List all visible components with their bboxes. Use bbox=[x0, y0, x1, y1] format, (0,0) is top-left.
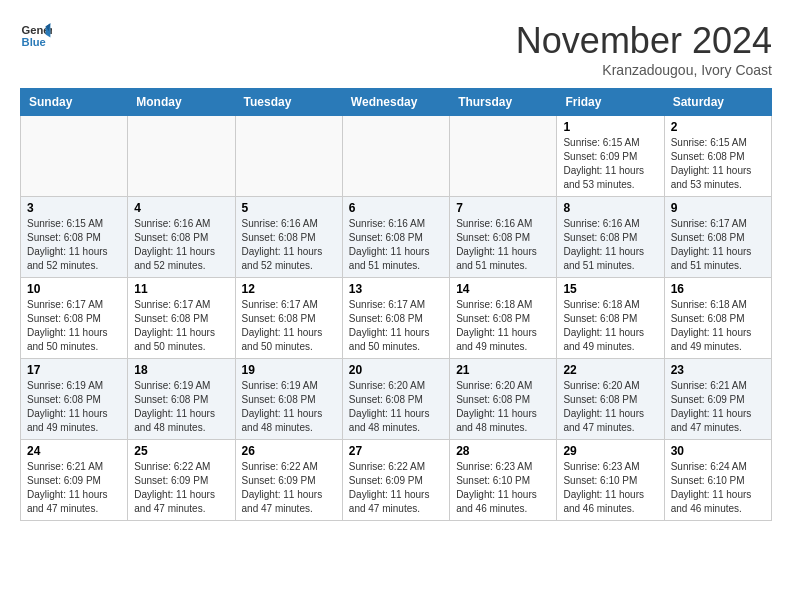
day-info: Sunrise: 6:16 AMSunset: 6:08 PMDaylight:… bbox=[456, 217, 550, 273]
calendar-week-row: 24Sunrise: 6:21 AMSunset: 6:09 PMDayligh… bbox=[21, 440, 772, 521]
calendar-cell: 6Sunrise: 6:16 AMSunset: 6:08 PMDaylight… bbox=[342, 197, 449, 278]
day-info: Sunrise: 6:22 AMSunset: 6:09 PMDaylight:… bbox=[242, 460, 336, 516]
day-info: Sunrise: 6:15 AMSunset: 6:08 PMDaylight:… bbox=[27, 217, 121, 273]
day-info: Sunrise: 6:21 AMSunset: 6:09 PMDaylight:… bbox=[27, 460, 121, 516]
calendar-week-row: 1Sunrise: 6:15 AMSunset: 6:09 PMDaylight… bbox=[21, 116, 772, 197]
day-info: Sunrise: 6:20 AMSunset: 6:08 PMDaylight:… bbox=[349, 379, 443, 435]
calendar-cell: 8Sunrise: 6:16 AMSunset: 6:08 PMDaylight… bbox=[557, 197, 664, 278]
day-number: 29 bbox=[563, 444, 657, 458]
day-number: 19 bbox=[242, 363, 336, 377]
day-number: 8 bbox=[563, 201, 657, 215]
day-number: 28 bbox=[456, 444, 550, 458]
calendar-cell: 20Sunrise: 6:20 AMSunset: 6:08 PMDayligh… bbox=[342, 359, 449, 440]
col-header-friday: Friday bbox=[557, 89, 664, 116]
page-header: General Blue November 2024 Kranzadougou,… bbox=[20, 20, 772, 78]
day-number: 10 bbox=[27, 282, 121, 296]
day-info: Sunrise: 6:19 AMSunset: 6:08 PMDaylight:… bbox=[134, 379, 228, 435]
calendar-cell: 21Sunrise: 6:20 AMSunset: 6:08 PMDayligh… bbox=[450, 359, 557, 440]
day-number: 22 bbox=[563, 363, 657, 377]
calendar-week-row: 10Sunrise: 6:17 AMSunset: 6:08 PMDayligh… bbox=[21, 278, 772, 359]
calendar-cell bbox=[450, 116, 557, 197]
day-info: Sunrise: 6:23 AMSunset: 6:10 PMDaylight:… bbox=[563, 460, 657, 516]
day-number: 25 bbox=[134, 444, 228, 458]
calendar-cell: 12Sunrise: 6:17 AMSunset: 6:08 PMDayligh… bbox=[235, 278, 342, 359]
calendar-cell: 22Sunrise: 6:20 AMSunset: 6:08 PMDayligh… bbox=[557, 359, 664, 440]
day-info: Sunrise: 6:17 AMSunset: 6:08 PMDaylight:… bbox=[349, 298, 443, 354]
calendar-cell: 9Sunrise: 6:17 AMSunset: 6:08 PMDaylight… bbox=[664, 197, 771, 278]
calendar-cell: 10Sunrise: 6:17 AMSunset: 6:08 PMDayligh… bbox=[21, 278, 128, 359]
logo: General Blue bbox=[20, 20, 52, 52]
day-info: Sunrise: 6:19 AMSunset: 6:08 PMDaylight:… bbox=[27, 379, 121, 435]
calendar-cell: 17Sunrise: 6:19 AMSunset: 6:08 PMDayligh… bbox=[21, 359, 128, 440]
calendar-cell bbox=[128, 116, 235, 197]
calendar-cell: 2Sunrise: 6:15 AMSunset: 6:08 PMDaylight… bbox=[664, 116, 771, 197]
day-number: 11 bbox=[134, 282, 228, 296]
day-number: 6 bbox=[349, 201, 443, 215]
calendar-cell: 29Sunrise: 6:23 AMSunset: 6:10 PMDayligh… bbox=[557, 440, 664, 521]
day-info: Sunrise: 6:22 AMSunset: 6:09 PMDaylight:… bbox=[349, 460, 443, 516]
day-info: Sunrise: 6:20 AMSunset: 6:08 PMDaylight:… bbox=[563, 379, 657, 435]
day-info: Sunrise: 6:16 AMSunset: 6:08 PMDaylight:… bbox=[349, 217, 443, 273]
day-info: Sunrise: 6:17 AMSunset: 6:08 PMDaylight:… bbox=[27, 298, 121, 354]
svg-text:Blue: Blue bbox=[22, 36, 46, 48]
day-number: 17 bbox=[27, 363, 121, 377]
calendar-cell: 19Sunrise: 6:19 AMSunset: 6:08 PMDayligh… bbox=[235, 359, 342, 440]
calendar-cell: 27Sunrise: 6:22 AMSunset: 6:09 PMDayligh… bbox=[342, 440, 449, 521]
calendar-cell: 24Sunrise: 6:21 AMSunset: 6:09 PMDayligh… bbox=[21, 440, 128, 521]
day-info: Sunrise: 6:18 AMSunset: 6:08 PMDaylight:… bbox=[563, 298, 657, 354]
location: Kranzadougou, Ivory Coast bbox=[516, 62, 772, 78]
calendar-week-row: 17Sunrise: 6:19 AMSunset: 6:08 PMDayligh… bbox=[21, 359, 772, 440]
calendar-header-row: SundayMondayTuesdayWednesdayThursdayFrid… bbox=[21, 89, 772, 116]
day-info: Sunrise: 6:16 AMSunset: 6:08 PMDaylight:… bbox=[242, 217, 336, 273]
day-number: 13 bbox=[349, 282, 443, 296]
day-info: Sunrise: 6:17 AMSunset: 6:08 PMDaylight:… bbox=[242, 298, 336, 354]
title-block: November 2024 Kranzadougou, Ivory Coast bbox=[516, 20, 772, 78]
day-number: 5 bbox=[242, 201, 336, 215]
day-info: Sunrise: 6:19 AMSunset: 6:08 PMDaylight:… bbox=[242, 379, 336, 435]
calendar-cell: 14Sunrise: 6:18 AMSunset: 6:08 PMDayligh… bbox=[450, 278, 557, 359]
day-info: Sunrise: 6:15 AMSunset: 6:09 PMDaylight:… bbox=[563, 136, 657, 192]
day-number: 1 bbox=[563, 120, 657, 134]
day-number: 16 bbox=[671, 282, 765, 296]
calendar-cell: 25Sunrise: 6:22 AMSunset: 6:09 PMDayligh… bbox=[128, 440, 235, 521]
calendar-cell: 15Sunrise: 6:18 AMSunset: 6:08 PMDayligh… bbox=[557, 278, 664, 359]
calendar-cell bbox=[342, 116, 449, 197]
month-title: November 2024 bbox=[516, 20, 772, 62]
day-number: 26 bbox=[242, 444, 336, 458]
day-number: 18 bbox=[134, 363, 228, 377]
day-number: 3 bbox=[27, 201, 121, 215]
calendar-cell: 26Sunrise: 6:22 AMSunset: 6:09 PMDayligh… bbox=[235, 440, 342, 521]
logo-icon: General Blue bbox=[20, 20, 52, 52]
day-number: 7 bbox=[456, 201, 550, 215]
day-number: 2 bbox=[671, 120, 765, 134]
calendar-cell bbox=[235, 116, 342, 197]
calendar-cell: 11Sunrise: 6:17 AMSunset: 6:08 PMDayligh… bbox=[128, 278, 235, 359]
col-header-monday: Monday bbox=[128, 89, 235, 116]
calendar-cell: 13Sunrise: 6:17 AMSunset: 6:08 PMDayligh… bbox=[342, 278, 449, 359]
day-number: 24 bbox=[27, 444, 121, 458]
calendar-cell: 23Sunrise: 6:21 AMSunset: 6:09 PMDayligh… bbox=[664, 359, 771, 440]
day-info: Sunrise: 6:23 AMSunset: 6:10 PMDaylight:… bbox=[456, 460, 550, 516]
day-number: 20 bbox=[349, 363, 443, 377]
day-info: Sunrise: 6:24 AMSunset: 6:10 PMDaylight:… bbox=[671, 460, 765, 516]
day-info: Sunrise: 6:17 AMSunset: 6:08 PMDaylight:… bbox=[671, 217, 765, 273]
calendar-cell: 16Sunrise: 6:18 AMSunset: 6:08 PMDayligh… bbox=[664, 278, 771, 359]
day-number: 9 bbox=[671, 201, 765, 215]
calendar-cell: 30Sunrise: 6:24 AMSunset: 6:10 PMDayligh… bbox=[664, 440, 771, 521]
calendar-cell bbox=[21, 116, 128, 197]
calendar-cell: 5Sunrise: 6:16 AMSunset: 6:08 PMDaylight… bbox=[235, 197, 342, 278]
calendar-cell: 1Sunrise: 6:15 AMSunset: 6:09 PMDaylight… bbox=[557, 116, 664, 197]
day-info: Sunrise: 6:17 AMSunset: 6:08 PMDaylight:… bbox=[134, 298, 228, 354]
day-info: Sunrise: 6:20 AMSunset: 6:08 PMDaylight:… bbox=[456, 379, 550, 435]
calendar-cell: 4Sunrise: 6:16 AMSunset: 6:08 PMDaylight… bbox=[128, 197, 235, 278]
calendar-cell: 28Sunrise: 6:23 AMSunset: 6:10 PMDayligh… bbox=[450, 440, 557, 521]
col-header-tuesday: Tuesday bbox=[235, 89, 342, 116]
calendar-week-row: 3Sunrise: 6:15 AMSunset: 6:08 PMDaylight… bbox=[21, 197, 772, 278]
calendar-cell: 18Sunrise: 6:19 AMSunset: 6:08 PMDayligh… bbox=[128, 359, 235, 440]
col-header-saturday: Saturday bbox=[664, 89, 771, 116]
day-info: Sunrise: 6:15 AMSunset: 6:08 PMDaylight:… bbox=[671, 136, 765, 192]
day-info: Sunrise: 6:22 AMSunset: 6:09 PMDaylight:… bbox=[134, 460, 228, 516]
calendar-cell: 7Sunrise: 6:16 AMSunset: 6:08 PMDaylight… bbox=[450, 197, 557, 278]
col-header-thursday: Thursday bbox=[450, 89, 557, 116]
day-number: 27 bbox=[349, 444, 443, 458]
